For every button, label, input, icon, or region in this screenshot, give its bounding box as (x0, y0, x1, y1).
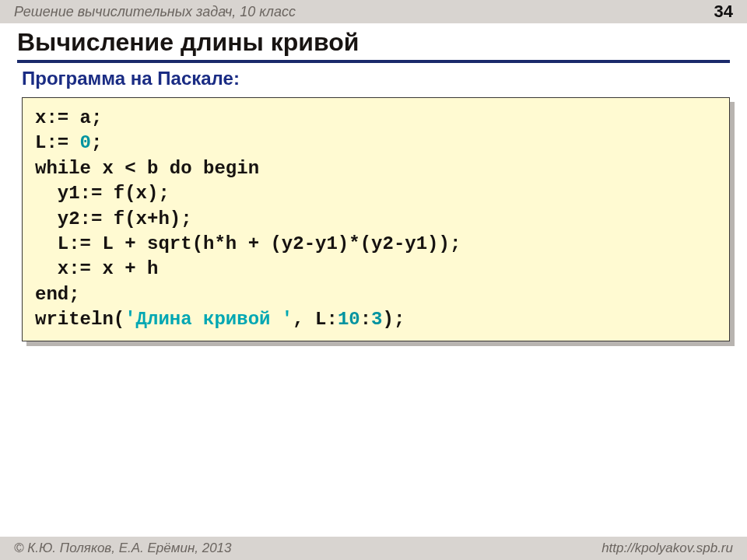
page-number: 34 (714, 2, 733, 22)
code-line: L:= (35, 132, 80, 153)
slide-footer: © К.Ю. Поляков, Е.А. Ерёмин, 2013 http:/… (0, 537, 747, 560)
code-number: 0 (80, 132, 91, 153)
code-number: 10 (338, 309, 360, 330)
code-line: x:= a; (35, 107, 102, 128)
slide-header: Решение вычислительных задач, 10 класс 3… (0, 0, 747, 23)
code-line: y2:= f(x+h); (35, 208, 192, 229)
copyright: © К.Ю. Поляков, Е.А. Ерёмин, 2013 (14, 541, 601, 556)
code-number: 3 (371, 309, 382, 330)
code-text: writeln( (35, 309, 124, 330)
code-line: y1:= f(x); (35, 183, 170, 204)
code-text: : (360, 309, 371, 330)
code-line: x:= x + h (35, 258, 158, 279)
slide-title: Вычисление длины кривой (17, 28, 730, 63)
course-name: Решение вычислительных задач, 10 класс (14, 4, 714, 20)
code-text: , L: (293, 309, 338, 330)
code-block: x:= a; L:= 0; while x < b do begin y1:= … (22, 97, 730, 341)
code-line: end; (35, 284, 80, 305)
pascal-code: x:= a; L:= 0; while x < b do begin y1:= … (22, 97, 730, 341)
code-line: while x < b do begin (35, 158, 259, 179)
slide-content: Вычисление длины кривой Программа на Пас… (17, 28, 730, 341)
code-line: L:= L + sqrt(h*h + (y2-y1)*(y2-y1)); (35, 233, 461, 254)
slide-subtitle: Программа на Паскале: (17, 68, 730, 89)
code-text: ); (383, 309, 405, 330)
source-url: http://kpolyakov.spb.ru (601, 541, 733, 556)
code-string: 'Длина кривой ' (124, 309, 293, 330)
code-text: ; (91, 132, 102, 153)
